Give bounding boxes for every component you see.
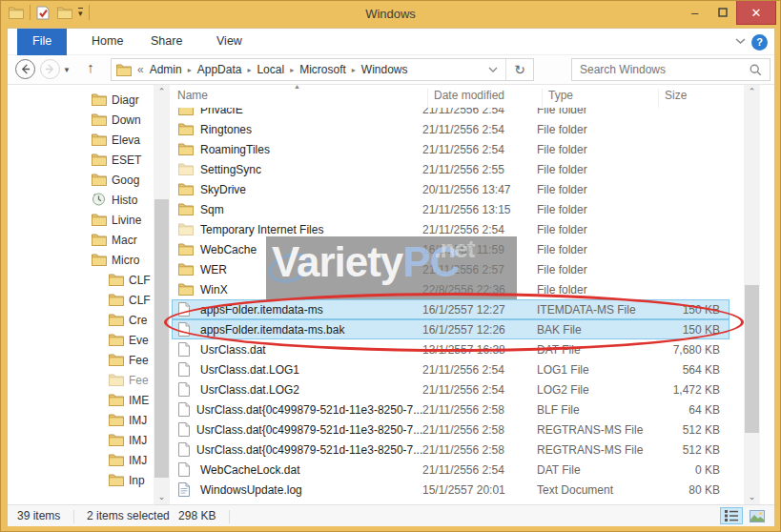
file-row-4[interactable]: SkyDrive20/11/2556 13:47File folder <box>172 179 730 199</box>
tab-file[interactable]: File <box>17 29 67 55</box>
file-row-19[interactable]: WindowsUpdate.log15/1/2557 20:01Text Doc… <box>172 480 730 500</box>
status-separator <box>229 510 230 523</box>
scroll-up-icon[interactable]: ⌃ <box>154 85 170 99</box>
sidebar-item-imj-16[interactable]: IMJ <box>109 410 147 430</box>
sidebar-item-clf-10[interactable]: CLF <box>109 290 151 310</box>
search-input[interactable] <box>572 63 742 76</box>
file-row-2[interactable]: RoamingTiles21/11/2556 2:54File folder <box>172 139 730 159</box>
file-row-3[interactable]: SettingSync21/11/2556 2:55File folder <box>172 159 730 179</box>
sidebar-item-cre-11[interactable]: Cre <box>109 310 147 330</box>
file-row-5[interactable]: Sqm21/11/2556 13:15File folder <box>172 199 730 219</box>
address-dropdown-chevron-icon[interactable] <box>481 67 505 72</box>
sidebar-item-eset-3[interactable]: ESET <box>92 150 141 170</box>
sidebar-item-label: Goog <box>112 174 139 187</box>
sidebar-item-histo-5[interactable]: Histo <box>92 190 137 210</box>
breadcrumb-separator-icon[interactable]: ▸ <box>346 66 361 74</box>
file-row-7[interactable]: WebCache16/1/2557 11:59File folder <box>172 239 730 259</box>
sidebar-item-eleva-2[interactable]: Eleva <box>92 130 140 150</box>
up-button[interactable]: ↑ <box>80 59 101 75</box>
sidebar-scrollbar[interactable]: ⌃ ⌄ <box>154 85 170 504</box>
column-header-date[interactable]: Date modified <box>427 89 542 108</box>
list-scrollbar[interactable]: ⌃ ⌄ <box>744 85 760 504</box>
sidebar-item-macr-7[interactable]: Macr <box>92 230 137 250</box>
recent-locations-caret-icon[interactable]: ▼ <box>63 66 71 74</box>
breadcrumb-item-microsoft[interactable]: Microsoft <box>299 63 346 76</box>
scroll-down-icon[interactable]: ⌄ <box>744 490 760 504</box>
breadcrumb-item-local[interactable]: Local <box>257 63 284 76</box>
help-icon[interactable]: ? <box>751 34 768 51</box>
column-header-name[interactable]: Name <box>172 89 421 108</box>
file-row-18[interactable]: WebCacheLock.dat21/11/2556 2:54DAT File0… <box>172 460 730 480</box>
file-icon <box>178 402 190 417</box>
sidebar-item-livine-6[interactable]: Livine <box>92 210 141 230</box>
breadcrumb-item-admin[interactable]: Admin <box>150 63 182 76</box>
sidebar-item-imj-18[interactable]: IMJ <box>109 450 147 470</box>
sidebar-item-diagr-0[interactable]: Diagr <box>92 90 139 110</box>
folder-icon <box>178 142 194 156</box>
tab-view[interactable]: View <box>201 29 257 55</box>
magnifier-icon[interactable] <box>742 64 770 76</box>
sidebar-scrollbar-thumb[interactable] <box>154 199 169 478</box>
sidebar-item-label: CLF <box>129 294 151 307</box>
cell-date-modified: 21/11/2556 2:57 <box>422 263 537 276</box>
search-box[interactable] <box>571 58 771 81</box>
breadcrumb-item-windows[interactable]: Windows <box>361 63 408 76</box>
sidebar-item-imj-17[interactable]: IMJ <box>109 430 147 450</box>
sidebar-item-goog-4[interactable]: Goog <box>92 170 139 190</box>
file-row-6[interactable]: Temporary Internet Files21/11/2556 2:54F… <box>172 219 730 239</box>
sidebar-item-ime-15[interactable]: IME <box>109 390 149 410</box>
scroll-up-icon[interactable]: ⌃ <box>744 85 760 99</box>
cell-date-modified: 21/11/2556 2:55 <box>422 163 537 176</box>
column-header-size[interactable]: Size <box>658 89 730 108</box>
sidebar-item-eve-12[interactable]: Eve <box>109 330 149 350</box>
details-view-button[interactable] <box>720 507 743 524</box>
file-row-14[interactable]: UsrClass.dat.LOG221/11/2556 2:54LOG2 Fil… <box>172 379 730 399</box>
sidebar-item-micro-8[interactable]: Micro <box>92 250 139 270</box>
tab-home[interactable]: Home <box>76 29 138 55</box>
address-bar[interactable]: « Admin▸AppData▸Local▸Microsoft▸Windows … <box>111 58 534 81</box>
forward-button[interactable] <box>40 59 60 79</box>
close-button[interactable]: ✕ <box>736 1 776 25</box>
minimize-button[interactable]: – <box>681 1 709 24</box>
folder-icon <box>92 173 107 187</box>
sidebar-item-down-1[interactable]: Down <box>92 110 141 130</box>
thumbnail-view-button[interactable] <box>746 507 769 524</box>
ribbon-minimize-chevron-icon[interactable] <box>735 38 746 45</box>
file-row-16[interactable]: UsrClass.dat{0c499879-521d-11e3-8250-7..… <box>172 419 730 440</box>
cell-type: DAT File <box>537 463 653 477</box>
breadcrumb-separator-icon[interactable]: ▸ <box>284 66 299 74</box>
cell-date-modified: 21/11/2556 2:54 <box>422 143 537 156</box>
file-row-11[interactable]: appsFolder.itemdata-ms.bak16/1/2557 12:2… <box>172 319 730 339</box>
breadcrumb-separator-icon[interactable]: ▸ <box>182 66 197 74</box>
tab-share[interactable]: Share <box>135 29 197 55</box>
file-row-15[interactable]: UsrClass.dat{0c499879-521d-11e3-8250-7..… <box>172 399 730 419</box>
cell-name: WebCacheLock.dat <box>173 462 422 477</box>
sidebar-item-label: IME <box>129 394 149 407</box>
file-row-9[interactable]: WinX22/8/2556 22:36File folder <box>172 279 730 299</box>
file-row-1[interactable]: Ringtones21/11/2556 2:54File folder <box>172 119 730 139</box>
file-row-0[interactable]: PrivacIE21/11/2556 2:54File folder <box>172 108 730 119</box>
column-header-type[interactable]: Type <box>542 89 658 108</box>
refresh-icon[interactable]: ↻ <box>506 62 533 77</box>
file-row-13[interactable]: UsrClass.dat.LOG121/11/2556 2:54LOG1 Fil… <box>172 359 730 379</box>
sidebar-item-fee-13[interactable]: Fee <box>109 350 149 370</box>
folder-icon <box>109 273 124 287</box>
cell-name: UsrClass.dat{0c499879-521d-11e3-8250-7..… <box>173 402 422 417</box>
sidebar-item-inp-19[interactable]: Inp <box>109 470 145 490</box>
cell-size: 564 KB <box>653 363 720 377</box>
sidebar-item-clf-9[interactable]: CLF <box>109 270 151 290</box>
file-row-10[interactable]: appsFolder.itemdata-ms16/1/2557 12:27ITE… <box>172 299 730 319</box>
scroll-down-icon[interactable]: ⌄ <box>154 490 170 504</box>
file-row-17[interactable]: UsrClass.dat{0c499879-521d-11e3-8250-7..… <box>172 440 730 460</box>
file-row-12[interactable]: UsrClass.dat13/1/2557 16:38DAT File7,680… <box>172 339 730 359</box>
cell-name: WER <box>173 262 422 276</box>
breadcrumb-separator-icon[interactable]: ▸ <box>241 66 257 74</box>
list-scrollbar-thumb[interactable] <box>745 285 759 433</box>
maximize-button[interactable] <box>709 1 736 24</box>
sidebar-item-label: Eve <box>129 334 149 347</box>
file-row-8[interactable]: WER21/11/2556 2:57File folder <box>172 259 730 279</box>
back-button[interactable] <box>15 59 35 79</box>
breadcrumb-prefix[interactable]: « <box>132 63 150 76</box>
breadcrumb-item-appdata[interactable]: AppData <box>197 63 242 76</box>
sidebar-item-fee-14[interactable]: Fee <box>109 370 149 390</box>
